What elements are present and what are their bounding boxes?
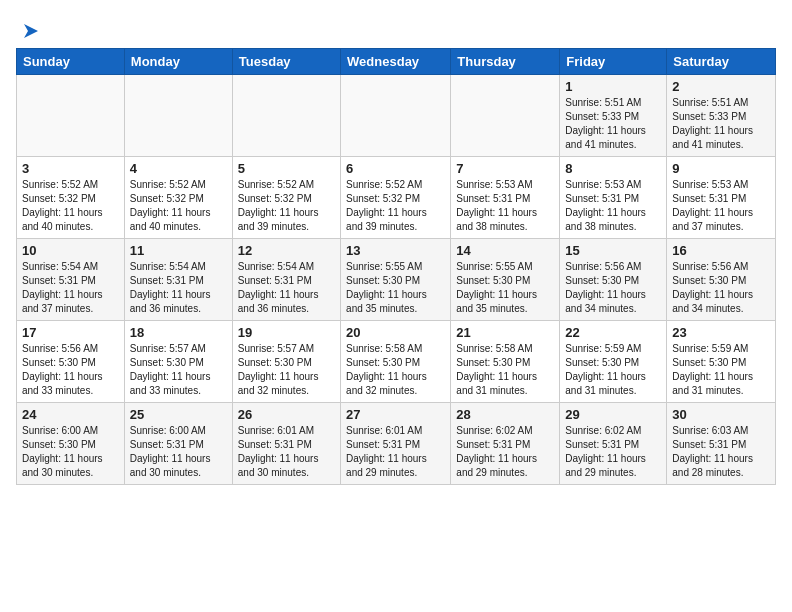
day-number: 5 xyxy=(238,161,335,176)
day-info: Sunrise: 5:52 AMSunset: 5:32 PMDaylight:… xyxy=(346,178,445,234)
day-number: 9 xyxy=(672,161,770,176)
calendar-week-row: 1Sunrise: 5:51 AMSunset: 5:33 PMDaylight… xyxy=(17,75,776,157)
calendar-cell: 17Sunrise: 5:56 AMSunset: 5:30 PMDayligh… xyxy=(17,321,125,403)
svg-marker-3 xyxy=(24,24,38,38)
calendar-cell: 15Sunrise: 5:56 AMSunset: 5:30 PMDayligh… xyxy=(560,239,667,321)
day-number: 26 xyxy=(238,407,335,422)
day-info: Sunrise: 6:01 AMSunset: 5:31 PMDaylight:… xyxy=(346,424,445,480)
calendar-cell: 29Sunrise: 6:02 AMSunset: 5:31 PMDayligh… xyxy=(560,403,667,485)
calendar-cell: 19Sunrise: 5:57 AMSunset: 5:30 PMDayligh… xyxy=(232,321,340,403)
day-info: Sunrise: 5:51 AMSunset: 5:33 PMDaylight:… xyxy=(672,96,770,152)
day-number: 30 xyxy=(672,407,770,422)
day-info: Sunrise: 6:01 AMSunset: 5:31 PMDaylight:… xyxy=(238,424,335,480)
logo-arrow-icon xyxy=(20,20,42,42)
calendar-cell: 10Sunrise: 5:54 AMSunset: 5:31 PMDayligh… xyxy=(17,239,125,321)
calendar-week-row: 10Sunrise: 5:54 AMSunset: 5:31 PMDayligh… xyxy=(17,239,776,321)
weekday-header-friday: Friday xyxy=(560,49,667,75)
day-info: Sunrise: 5:52 AMSunset: 5:32 PMDaylight:… xyxy=(238,178,335,234)
weekday-header-wednesday: Wednesday xyxy=(341,49,451,75)
day-number: 18 xyxy=(130,325,227,340)
day-number: 22 xyxy=(565,325,661,340)
day-info: Sunrise: 5:52 AMSunset: 5:32 PMDaylight:… xyxy=(22,178,119,234)
calendar-cell xyxy=(17,75,125,157)
day-number: 1 xyxy=(565,79,661,94)
day-info: Sunrise: 5:53 AMSunset: 5:31 PMDaylight:… xyxy=(565,178,661,234)
day-number: 10 xyxy=(22,243,119,258)
calendar-cell: 13Sunrise: 5:55 AMSunset: 5:30 PMDayligh… xyxy=(341,239,451,321)
day-info: Sunrise: 5:53 AMSunset: 5:31 PMDaylight:… xyxy=(672,178,770,234)
calendar-cell: 9Sunrise: 5:53 AMSunset: 5:31 PMDaylight… xyxy=(667,157,776,239)
logo-block xyxy=(16,20,42,38)
day-info: Sunrise: 6:02 AMSunset: 5:31 PMDaylight:… xyxy=(565,424,661,480)
calendar-cell xyxy=(124,75,232,157)
day-number: 29 xyxy=(565,407,661,422)
calendar-week-row: 24Sunrise: 6:00 AMSunset: 5:30 PMDayligh… xyxy=(17,403,776,485)
day-info: Sunrise: 5:59 AMSunset: 5:30 PMDaylight:… xyxy=(565,342,661,398)
calendar-cell: 16Sunrise: 5:56 AMSunset: 5:30 PMDayligh… xyxy=(667,239,776,321)
calendar-cell: 6Sunrise: 5:52 AMSunset: 5:32 PMDaylight… xyxy=(341,157,451,239)
page-header: General Blue xyxy=(16,16,776,38)
weekday-header-row: SundayMondayTuesdayWednesdayThursdayFrid… xyxy=(17,49,776,75)
calendar-cell: 4Sunrise: 5:52 AMSunset: 5:32 PMDaylight… xyxy=(124,157,232,239)
calendar-cell: 2Sunrise: 5:51 AMSunset: 5:33 PMDaylight… xyxy=(667,75,776,157)
weekday-header-sunday: Sunday xyxy=(17,49,125,75)
day-info: Sunrise: 6:02 AMSunset: 5:31 PMDaylight:… xyxy=(456,424,554,480)
calendar-cell: 30Sunrise: 6:03 AMSunset: 5:31 PMDayligh… xyxy=(667,403,776,485)
day-info: Sunrise: 5:53 AMSunset: 5:31 PMDaylight:… xyxy=(456,178,554,234)
day-number: 14 xyxy=(456,243,554,258)
day-info: Sunrise: 5:56 AMSunset: 5:30 PMDaylight:… xyxy=(672,260,770,316)
weekday-header-monday: Monday xyxy=(124,49,232,75)
calendar-cell: 25Sunrise: 6:00 AMSunset: 5:31 PMDayligh… xyxy=(124,403,232,485)
weekday-header-thursday: Thursday xyxy=(451,49,560,75)
calendar-cell: 20Sunrise: 5:58 AMSunset: 5:30 PMDayligh… xyxy=(341,321,451,403)
day-number: 23 xyxy=(672,325,770,340)
calendar-table: SundayMondayTuesdayWednesdayThursdayFrid… xyxy=(16,48,776,485)
day-info: Sunrise: 5:52 AMSunset: 5:32 PMDaylight:… xyxy=(130,178,227,234)
calendar-week-row: 17Sunrise: 5:56 AMSunset: 5:30 PMDayligh… xyxy=(17,321,776,403)
day-number: 27 xyxy=(346,407,445,422)
day-info: Sunrise: 6:03 AMSunset: 5:31 PMDaylight:… xyxy=(672,424,770,480)
day-number: 24 xyxy=(22,407,119,422)
calendar-cell: 27Sunrise: 6:01 AMSunset: 5:31 PMDayligh… xyxy=(341,403,451,485)
day-number: 2 xyxy=(672,79,770,94)
day-number: 4 xyxy=(130,161,227,176)
calendar-cell: 5Sunrise: 5:52 AMSunset: 5:32 PMDaylight… xyxy=(232,157,340,239)
calendar-cell: 14Sunrise: 5:55 AMSunset: 5:30 PMDayligh… xyxy=(451,239,560,321)
calendar-cell: 11Sunrise: 5:54 AMSunset: 5:31 PMDayligh… xyxy=(124,239,232,321)
day-info: Sunrise: 5:51 AMSunset: 5:33 PMDaylight:… xyxy=(565,96,661,152)
calendar-cell xyxy=(451,75,560,157)
day-number: 11 xyxy=(130,243,227,258)
day-info: Sunrise: 5:55 AMSunset: 5:30 PMDaylight:… xyxy=(346,260,445,316)
day-number: 6 xyxy=(346,161,445,176)
day-number: 12 xyxy=(238,243,335,258)
day-info: Sunrise: 5:54 AMSunset: 5:31 PMDaylight:… xyxy=(22,260,119,316)
day-number: 20 xyxy=(346,325,445,340)
day-info: Sunrise: 5:58 AMSunset: 5:30 PMDaylight:… xyxy=(456,342,554,398)
day-info: Sunrise: 6:00 AMSunset: 5:30 PMDaylight:… xyxy=(22,424,119,480)
day-number: 7 xyxy=(456,161,554,176)
calendar-cell: 8Sunrise: 5:53 AMSunset: 5:31 PMDaylight… xyxy=(560,157,667,239)
calendar-cell: 23Sunrise: 5:59 AMSunset: 5:30 PMDayligh… xyxy=(667,321,776,403)
day-number: 19 xyxy=(238,325,335,340)
day-number: 16 xyxy=(672,243,770,258)
day-info: Sunrise: 5:54 AMSunset: 5:31 PMDaylight:… xyxy=(130,260,227,316)
day-number: 13 xyxy=(346,243,445,258)
day-number: 25 xyxy=(130,407,227,422)
calendar-cell: 1Sunrise: 5:51 AMSunset: 5:33 PMDaylight… xyxy=(560,75,667,157)
day-number: 28 xyxy=(456,407,554,422)
calendar-cell: 18Sunrise: 5:57 AMSunset: 5:30 PMDayligh… xyxy=(124,321,232,403)
calendar-cell: 3Sunrise: 5:52 AMSunset: 5:32 PMDaylight… xyxy=(17,157,125,239)
calendar-cell: 21Sunrise: 5:58 AMSunset: 5:30 PMDayligh… xyxy=(451,321,560,403)
day-info: Sunrise: 5:57 AMSunset: 5:30 PMDaylight:… xyxy=(130,342,227,398)
calendar-cell: 7Sunrise: 5:53 AMSunset: 5:31 PMDaylight… xyxy=(451,157,560,239)
day-number: 17 xyxy=(22,325,119,340)
weekday-header-tuesday: Tuesday xyxy=(232,49,340,75)
calendar-cell: 12Sunrise: 5:54 AMSunset: 5:31 PMDayligh… xyxy=(232,239,340,321)
day-info: Sunrise: 5:56 AMSunset: 5:30 PMDaylight:… xyxy=(22,342,119,398)
day-info: Sunrise: 5:56 AMSunset: 5:30 PMDaylight:… xyxy=(565,260,661,316)
calendar-cell: 26Sunrise: 6:01 AMSunset: 5:31 PMDayligh… xyxy=(232,403,340,485)
day-number: 15 xyxy=(565,243,661,258)
day-info: Sunrise: 5:54 AMSunset: 5:31 PMDaylight:… xyxy=(238,260,335,316)
weekday-header-saturday: Saturday xyxy=(667,49,776,75)
calendar-cell: 28Sunrise: 6:02 AMSunset: 5:31 PMDayligh… xyxy=(451,403,560,485)
